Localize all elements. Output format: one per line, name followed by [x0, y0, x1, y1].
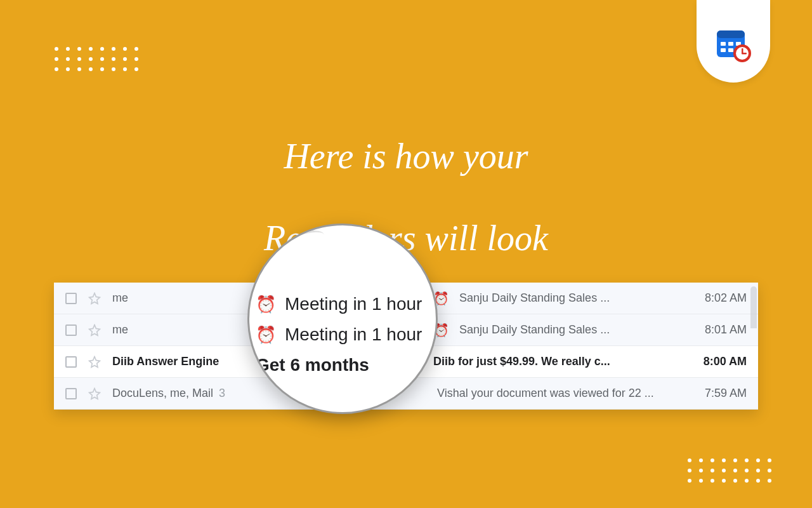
magnifier-row: ⏰ Meeting in 1 hour — [256, 319, 438, 350]
alarm-clock-icon: ⏰ — [256, 295, 276, 314]
preview-text: Sanju Daily Standing Sales ... — [459, 291, 610, 305]
svg-rect-5 — [721, 48, 726, 52]
magnifier-content: ⏰ Meeting in 1 hour ⏰ Meeting in 1 hour … — [256, 289, 438, 380]
timestamp: 8:01 AM — [690, 323, 747, 337]
sender: me — [112, 323, 258, 337]
decorative-dots-bottom-right — [688, 458, 771, 483]
calendar-clock-icon — [713, 24, 754, 65]
star-icon[interactable] — [88, 324, 101, 337]
sender: DocuLens, me, Mail 3 — [112, 387, 258, 400]
checkbox[interactable] — [65, 324, 77, 336]
star-icon[interactable] — [88, 356, 101, 368]
svg-rect-3 — [728, 42, 733, 46]
svg-rect-6 — [728, 48, 733, 52]
app-badge — [697, 0, 770, 83]
alarm-clock-icon: ⏰ — [256, 325, 276, 345]
timestamp: 8:02 AM — [690, 291, 747, 305]
magnifier-text: Meeting in 1 hour — [285, 324, 422, 345]
decorative-dots-top-left — [55, 47, 138, 71]
subject-text: Diib for just $49.99. We really c... — [433, 355, 610, 368]
magnifier-row: ⏰ Meeting in 1 hour — [256, 289, 438, 319]
checkbox[interactable] — [65, 356, 77, 368]
thread-count: 3 — [216, 387, 225, 399]
checkbox[interactable] — [65, 293, 77, 304]
preview-text: Vishal your document was viewed for 22 .… — [437, 387, 654, 400]
magnifier-text: Meeting in 1 hour — [285, 294, 422, 314]
headline-line-1: Here is how your — [284, 137, 528, 176]
svg-rect-2 — [721, 42, 726, 46]
sender: me — [112, 291, 258, 305]
magnifier-text: Get 6 months — [256, 355, 369, 375]
timestamp: 8:00 AM — [690, 355, 747, 368]
svg-rect-1 — [717, 30, 745, 38]
preview-text: Sanju Daily Standing Sales ... — [459, 323, 610, 337]
svg-rect-10 — [742, 53, 747, 55]
checkbox[interactable] — [65, 388, 77, 399]
star-icon[interactable] — [88, 292, 101, 305]
magnifier-overlay: ⏰ Meeting in 1 hour ⏰ Meeting in 1 hour … — [247, 224, 438, 414]
timestamp: 7:59 AM — [690, 387, 747, 400]
sender: Diib Answer Engine — [112, 355, 258, 368]
star-icon[interactable] — [88, 387, 101, 400]
magnifier-row: Get 6 months — [256, 350, 438, 380]
